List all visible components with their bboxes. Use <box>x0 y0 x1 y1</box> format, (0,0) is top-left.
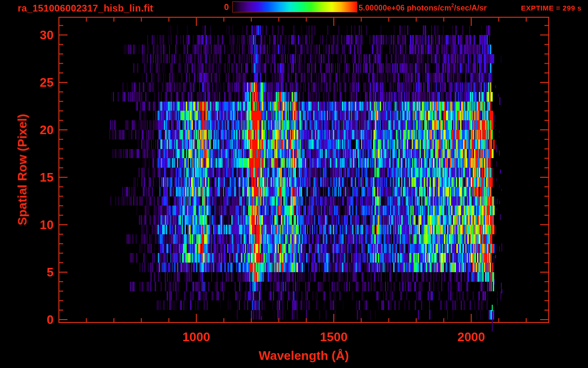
colorbar-min-label: 0 <box>211 2 229 12</box>
spectrogram-viewer-window: ra_151006002317_hisb_lin.fit 0 5.00000e+… <box>0 0 588 368</box>
colorbar-units-pre: photons/cm <box>405 4 451 12</box>
colorbar-max-label: 5.00000e+06 photons/cm2/sec/A/sr <box>359 3 487 12</box>
x-tick-label: 2000 <box>457 330 485 345</box>
x-axis-title: Wavelength (Å) <box>59 348 549 363</box>
y-tick-label: 15 <box>0 170 54 185</box>
file-title: ra_151006002317_hisb_lin.fit <box>18 3 153 14</box>
y-tick-label: 0 <box>0 312 54 327</box>
colorbar-max-value: 5.00000e+06 <box>359 4 405 12</box>
x-tick-label: 1000 <box>182 330 210 345</box>
x-tick-label: 1500 <box>320 330 348 345</box>
y-tick-label: 25 <box>0 75 54 90</box>
exptime-label: EXPTIME = 299 s <box>521 4 581 12</box>
y-tick-label: 30 <box>0 28 54 43</box>
spectrogram-canvas <box>0 0 588 368</box>
y-tick-label: 20 <box>0 123 54 138</box>
y-tick-label: 5 <box>0 265 54 280</box>
y-tick-label: 10 <box>0 218 54 232</box>
colorbar-units-superscript: 2 <box>451 3 454 8</box>
colorbar-units-post: /sec/A/sr <box>454 4 487 12</box>
